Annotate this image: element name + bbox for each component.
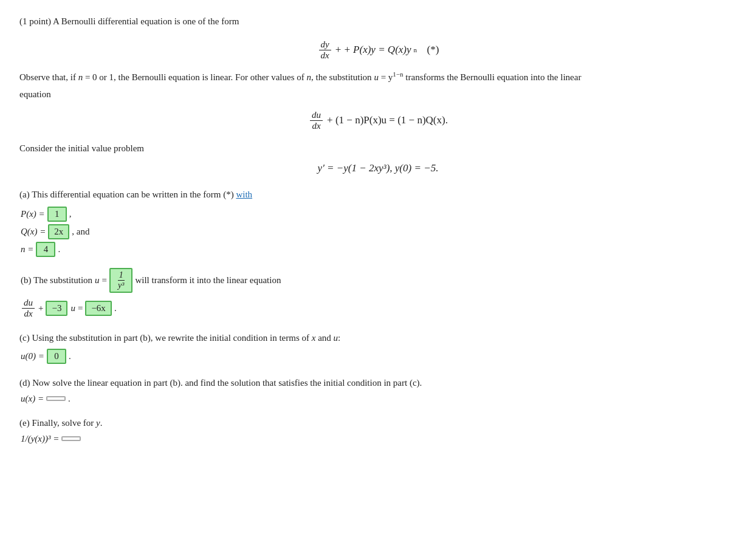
formula1-math: dy dx + + P(x)y = Q(x)yn (*)	[317, 39, 439, 61]
partc-text: (c) Using the substitution in part (b), …	[19, 333, 312, 343]
formula2-rest: + (1 − n)P(x)u = (1 − n)Q(x).	[327, 114, 448, 126]
partd-ux-label: u(x) =	[21, 394, 44, 404]
obs-u: u	[374, 72, 379, 82]
parta-n-box[interactable]: 4	[36, 242, 55, 257]
intro-text: (1 point) A Bernoulli differential equat…	[19, 15, 737, 29]
partb-label-text: (b) The substitution	[21, 275, 92, 286]
partb-eq-row: du dx + −3 u = −6x .	[19, 298, 737, 319]
du-num: du	[310, 110, 323, 121]
partb-plus: +	[38, 303, 43, 313]
partd-period: .	[68, 394, 70, 404]
dx-den: dx	[319, 50, 331, 61]
parta-px-label: P(x) =	[21, 209, 45, 219]
consider-label: Consider the initial value problem	[19, 143, 144, 153]
parta-period: .	[58, 244, 60, 255]
partb-u: u	[95, 275, 100, 286]
partb-eq2: =	[78, 303, 83, 313]
formula2-block: du dx + (1 − n)P(x)u = (1 − n)Q(x).	[19, 110, 737, 131]
partd-ux-row: u(x) = .	[19, 394, 737, 404]
formula1-exp: n	[414, 46, 418, 53]
formula3-block: y′ = −y(1 − 2xy³), y(0) = −5.	[19, 162, 737, 174]
partb-label-row: (b) The substitution u = 1 y³ will trans…	[19, 268, 737, 293]
obs-n2: n	[307, 72, 312, 82]
parta-section: (a) This differential equation can be wr…	[19, 187, 737, 257]
partb-coeff2-box[interactable]: −6x	[85, 301, 111, 316]
partc-u0-box[interactable]: 0	[47, 349, 66, 364]
formula3-math: y′ = −y(1 − 2xy³), y(0) = −5.	[318, 162, 439, 174]
partd-label1: (d) Now solve the linear equation in par…	[19, 378, 183, 388]
obs-exp: 1−n	[393, 70, 403, 78]
parta-qx-box[interactable]: 2x	[48, 224, 69, 239]
partc-label: (c) Using the substitution in part (b), …	[19, 330, 737, 346]
partb-frac-den: y³	[117, 281, 125, 290]
partc-u: u	[334, 333, 338, 343]
partb-dudx: du dx	[21, 298, 36, 319]
observe-section: Observe that, if n = 0 or 1, the Bernoul…	[19, 69, 737, 101]
obs-t2: = 0 or 1, the Bernoulli equation is line…	[83, 72, 306, 82]
observe-eq-label: equation	[19, 87, 737, 101]
formula1-star: (*)	[427, 44, 439, 56]
formula1-block: dy dx + + P(x)y = Q(x)yn (*)	[19, 39, 737, 61]
parte-expr-label: 1/(y(x))³ =	[21, 434, 59, 444]
partb-rest: will transform it into the linear equati…	[135, 275, 281, 286]
parte-text: (e) Finally, solve for	[19, 418, 96, 428]
intro-paragraph: (1 point) A Bernoulli differential equat…	[19, 15, 737, 61]
parta-comma1: ,	[69, 209, 72, 219]
parte-period: .	[100, 418, 103, 428]
consider-section: Consider the initial value problem	[19, 143, 737, 154]
formula2-math: du dx + (1 − n)P(x)u = (1 − n)Q(x).	[308, 110, 448, 131]
obs-t1: Observe that, if	[19, 72, 78, 82]
formula1-rest: + P(x)y = Q(x)y	[343, 44, 411, 56]
parte-expr-row: 1/(y(x))³ =	[19, 434, 737, 444]
parta-and: , and	[72, 227, 89, 237]
partd-ux-box[interactable]	[46, 396, 66, 401]
obs-t5: transforms the Bernoulli equation into t…	[404, 72, 582, 82]
partb-section: (b) The substitution u = 1 y³ will trans…	[19, 268, 737, 319]
partc-and: and	[315, 333, 333, 343]
consider-text: Consider the initial value problem	[19, 143, 737, 154]
observe-text: Observe that, if n = 0 or 1, the Bernoul…	[19, 69, 737, 84]
partb-period: .	[114, 303, 117, 313]
parta-text: (a) This differential equation can be wr…	[19, 190, 236, 199]
parta-qx-label: Q(x) =	[21, 227, 46, 237]
parte-y: y	[96, 418, 100, 428]
partd-label2: and find the solution that satisfies the…	[185, 378, 422, 388]
partb-du: du	[22, 298, 35, 309]
partd-label: (d) Now solve the linear equation in par…	[19, 375, 737, 391]
parta-with: with	[236, 190, 252, 199]
partc-u0-row: u(0) = 0 .	[19, 349, 737, 364]
dudx-fraction: du dx	[310, 110, 323, 131]
partd-section: (d) Now solve the linear equation in par…	[19, 375, 737, 404]
dx-den2: dx	[310, 121, 322, 131]
intro-label: (1 point) A Bernoulli differential equat…	[19, 16, 239, 26]
partc-u0-label: u(0) =	[21, 351, 44, 361]
partb-dx: dx	[22, 309, 34, 319]
parta-n-row: n = 4 .	[19, 242, 737, 257]
formula3-text: y′ = −y(1 − 2xy³), y(0) = −5.	[318, 162, 439, 174]
formula1-plus: +	[335, 44, 342, 56]
partb-coeff1-box[interactable]: −3	[46, 301, 67, 316]
parta-label: (a) This differential equation can be wr…	[19, 187, 737, 203]
dy-num: dy	[319, 39, 331, 50]
partb-frac-box[interactable]: 1 y³	[109, 268, 132, 293]
parte-section: (e) Finally, solve for y. 1/(y(x))³ =	[19, 415, 737, 444]
partc-period: .	[69, 351, 71, 361]
dydx-fraction: dy dx	[319, 39, 331, 61]
parte-val-box[interactable]	[61, 436, 81, 441]
parte-label: (e) Finally, solve for y.	[19, 415, 737, 431]
obs-t3: , the substitution	[311, 72, 374, 82]
parta-n-label: n =	[21, 244, 33, 255]
parta-px-box[interactable]: 1	[47, 207, 67, 222]
partc-section: (c) Using the substitution in part (b), …	[19, 330, 737, 364]
parta-qx-row: Q(x) = 2x , and	[19, 224, 737, 239]
partb-eq: =	[102, 275, 107, 286]
obs-t4: = y	[379, 72, 393, 82]
partc-colon: :	[338, 333, 340, 343]
partb-frac-num: 1	[118, 270, 125, 281]
parta-px-row: P(x) = 1 ,	[19, 207, 737, 222]
partb-u-sym: u	[70, 303, 75, 313]
